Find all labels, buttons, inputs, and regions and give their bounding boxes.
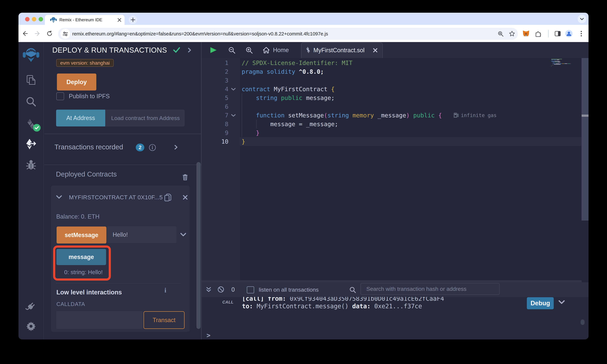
extensions-puzzle-icon[interactable] bbox=[535, 30, 541, 37]
tab-close-icon[interactable] bbox=[117, 18, 122, 22]
forward-icon[interactable] bbox=[35, 30, 41, 37]
clear-contracts-trash-icon[interactable] bbox=[183, 174, 188, 181]
debug-button[interactable]: Debug bbox=[527, 297, 554, 309]
expand-args-chevron-icon[interactable] bbox=[180, 233, 186, 237]
url-text[interactable]: remix.ethereum.org/#lang=en&optimize=fal… bbox=[72, 28, 328, 40]
line-number: 10 bbox=[202, 137, 228, 146]
editor-scrollbar[interactable] bbox=[581, 58, 589, 282]
site-settings-icon[interactable] bbox=[60, 29, 70, 39]
bookmark-star-icon[interactable] bbox=[509, 30, 515, 37]
remix-app: DEPLOY & RUN TRANSACTIONS evm version: s… bbox=[18, 42, 589, 339]
solidity-file-icon bbox=[306, 47, 310, 53]
back-icon[interactable] bbox=[22, 30, 28, 37]
deploy-run-panel: DEPLOY & RUN TRANSACTIONS evm version: s… bbox=[44, 42, 201, 339]
code-line[interactable]: string public message; bbox=[242, 93, 335, 102]
line-number: 8 bbox=[202, 120, 228, 129]
terminal-log-line[interactable]: [call] from: 0x9Cf934043aD350758391b0D01… bbox=[242, 297, 444, 302]
call-badge: CALL bbox=[222, 300, 234, 304]
panel-collapse-chevron-icon[interactable] bbox=[187, 47, 192, 53]
transactions-info-icon[interactable] bbox=[149, 144, 156, 151]
settings-gear-icon[interactable] bbox=[26, 321, 37, 332]
code-line[interactable]: // SPDX-License-Identifier: MIT bbox=[242, 59, 353, 67]
reload-icon[interactable] bbox=[47, 30, 53, 37]
contract-instance-header[interactable]: MYFIRSTCONTRACT AT 0X10F...5 bbox=[69, 193, 164, 202]
contract-collapse-chevron-icon[interactable] bbox=[56, 195, 62, 199]
home-tab-label[interactable]: Home bbox=[273, 42, 289, 58]
file-tab-close-icon[interactable] bbox=[373, 48, 378, 53]
at-address-button[interactable]: At Address bbox=[56, 110, 105, 127]
clear-console-icon[interactable] bbox=[217, 286, 224, 293]
terminal-toolbar: 0 listen on all transactions bbox=[202, 282, 589, 297]
terminal-scrollbar-thumb[interactable] bbox=[581, 320, 585, 325]
log-expand-chevron-icon[interactable] bbox=[558, 300, 565, 304]
terminal-collapse-icon[interactable] bbox=[206, 286, 212, 293]
deploy-run-icon[interactable] bbox=[26, 139, 37, 150]
new-tab-button[interactable] bbox=[129, 15, 137, 24]
calldata-label: CALLDATA bbox=[56, 300, 85, 309]
side-panel-icon[interactable] bbox=[554, 30, 561, 37]
line-number: 1 bbox=[202, 59, 228, 67]
home-icon[interactable] bbox=[262, 46, 270, 54]
transactions-count-badge: 2 bbox=[136, 143, 144, 151]
traffic-light-minimize[interactable] bbox=[32, 17, 36, 21]
run-script-icon[interactable] bbox=[210, 47, 217, 53]
profile-avatar[interactable] bbox=[565, 30, 572, 37]
code-line[interactable]: } bbox=[242, 137, 245, 146]
terminal-prompt[interactable]: > bbox=[207, 332, 211, 339]
code-line[interactable]: function setMessage(string memory _messa… bbox=[242, 111, 442, 120]
transact-button[interactable]: Transact bbox=[144, 311, 185, 329]
browser-window: Remix - Ethereum IDE bbox=[18, 13, 589, 339]
gas-pump-icon bbox=[454, 112, 459, 118]
editor-minimap[interactable] bbox=[551, 58, 581, 67]
browser-tab[interactable]: Remix - Ethereum IDE bbox=[45, 15, 125, 25]
terminal-resize-handle[interactable] bbox=[202, 280, 589, 282]
tab-search-chevron-icon[interactable] bbox=[578, 15, 586, 23]
gas-estimate-widget: infinite gas bbox=[454, 111, 497, 120]
fold-chevron-icon[interactable] bbox=[231, 88, 236, 91]
code-editor[interactable]: 1// SPDX-License-Identifier: MIT2pragma … bbox=[202, 58, 589, 282]
search-icon[interactable] bbox=[26, 96, 37, 107]
terminal-log-line[interactable]: to: MyFirstContract.message() data: 0xe2… bbox=[242, 302, 422, 310]
line-number: 4 bbox=[202, 85, 228, 93]
remix-logo-icon[interactable] bbox=[23, 47, 39, 62]
metamask-icon[interactable] bbox=[523, 30, 529, 37]
at-address-input[interactable] bbox=[105, 110, 185, 127]
file-tab-active[interactable]: MyFirstContract.sol bbox=[301, 42, 383, 58]
debugger-icon[interactable] bbox=[26, 159, 37, 171]
set-message-button[interactable]: setMessage bbox=[57, 226, 106, 244]
terminal-search-input[interactable] bbox=[360, 283, 500, 295]
zoom-out-icon[interactable] bbox=[228, 46, 236, 54]
gas-estimate-label: infinite gas bbox=[461, 112, 497, 118]
plugin-manager-icon[interactable] bbox=[26, 301, 37, 312]
code-line[interactable]: pragma solidity ^0.8.0; bbox=[242, 67, 324, 76]
tab-title: Remix - Ethereum IDE bbox=[59, 15, 102, 25]
copy-address-icon[interactable] bbox=[164, 194, 172, 202]
low-level-info-icon[interactable]: i bbox=[164, 286, 166, 295]
transactions-expand-chevron-icon[interactable] bbox=[174, 144, 178, 150]
listen-transactions-checkbox[interactable] bbox=[247, 286, 254, 293]
code-line[interactable]: message = _message; bbox=[242, 120, 338, 129]
editor-scrollbar-thumb[interactable] bbox=[581, 58, 589, 221]
zoom-in-icon[interactable] bbox=[245, 46, 253, 54]
publish-ipfs-checkbox[interactable] bbox=[56, 92, 64, 100]
code-line[interactable]: contract MyFirstContract { bbox=[242, 85, 335, 93]
set-message-input[interactable] bbox=[107, 226, 177, 243]
zoom-icon[interactable] bbox=[498, 31, 504, 37]
traffic-light-close[interactable] bbox=[25, 17, 29, 21]
current-line-highlight bbox=[240, 137, 581, 146]
panel-divider-line bbox=[44, 134, 201, 134]
card-divider-line bbox=[56, 283, 181, 283]
deploy-button[interactable]: Deploy bbox=[57, 74, 96, 91]
evm-version-badge: evm version: shanghai bbox=[56, 59, 114, 67]
fold-chevron-icon[interactable] bbox=[231, 114, 236, 117]
menu-kebab-icon[interactable] bbox=[579, 30, 584, 37]
low-level-interactions-label: Low level interactions bbox=[56, 288, 122, 297]
code-line[interactable]: } bbox=[242, 129, 260, 137]
file-explorer-icon[interactable] bbox=[26, 75, 37, 86]
panel-scrollbar-thumb[interactable] bbox=[197, 162, 200, 329]
calldata-input[interactable] bbox=[56, 311, 143, 329]
browser-titlebar: Remix - Ethereum IDE bbox=[18, 13, 589, 25]
address-bar[interactable]: remix.ethereum.org/#lang=en&optimize=fal… bbox=[58, 28, 518, 40]
traffic-light-zoom[interactable] bbox=[39, 17, 43, 21]
contract-close-icon[interactable] bbox=[183, 195, 188, 200]
